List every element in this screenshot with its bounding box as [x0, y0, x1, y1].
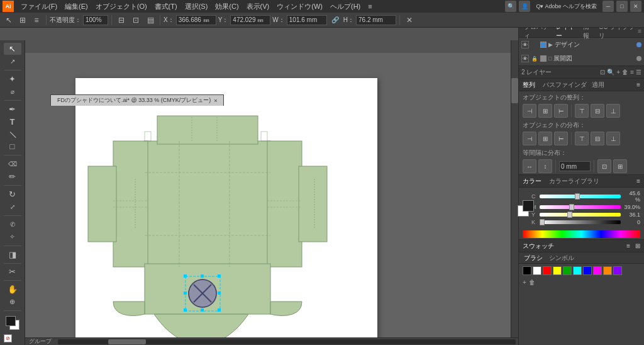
link-icon[interactable]: 🔗 [329, 14, 341, 26]
document-tab[interactable]: FDのプシャドウについて.ai* @ 33.33 % (CMYK/プレビュー) … [50, 94, 224, 106]
h-scrollbar[interactable]: グループ [25, 337, 518, 345]
space-v-btn[interactable]: ↕ [538, 159, 552, 173]
menu-file[interactable]: ファイル(F) [18, 0, 60, 13]
magic-wand-tool[interactable]: ✦ [4, 73, 21, 85]
account-icon[interactable]: 👤 [519, 1, 530, 12]
pathfinder-icon[interactable]: ⊡ [130, 14, 142, 26]
y-slider[interactable] [540, 213, 621, 217]
menu-help[interactable]: ヘルプ(H) [327, 0, 364, 13]
distribute-right-btn[interactable]: ⊢ [554, 132, 568, 145]
hand-tool[interactable]: ✋ [4, 283, 21, 295]
menu-edit[interactable]: 編集(E) [62, 0, 91, 13]
select-icon[interactable]: ↖ [3, 14, 15, 26]
swatch-yellow[interactable] [553, 266, 562, 275]
fg-bg-swatch-area[interactable] [523, 200, 529, 217]
color-panel-menu[interactable]: ≡ [636, 178, 640, 184]
swatch-blue[interactable] [583, 266, 592, 275]
h-scrollbar-track[interactable] [58, 339, 516, 344]
c-slider[interactable] [540, 195, 621, 198]
align-center-v-btn[interactable]: ⊟ [591, 104, 604, 118]
swatch-magenta[interactable] [593, 266, 602, 275]
swatches-grid-icon[interactable]: ⊞ [635, 242, 640, 249]
fg-bg-swatches[interactable] [4, 316, 21, 330]
x-input[interactable] [176, 15, 216, 25]
m-slider[interactable] [540, 205, 621, 209]
menu-extra[interactable]: ≡ [365, 0, 375, 13]
y-input[interactable] [230, 15, 270, 25]
pen-tool[interactable]: ✒ [4, 103, 21, 115]
swatch-black[interactable] [523, 266, 531, 275]
align-center-h-btn[interactable]: ⊞ [538, 104, 552, 118]
w-input[interactable] [287, 15, 327, 25]
v-scrollbar[interactable] [511, 40, 518, 337]
chart-icon[interactable]: ▤ [144, 14, 157, 26]
opacity-input[interactable] [83, 15, 108, 25]
layer-lock-dieline[interactable]: 🔒 [531, 55, 538, 62]
lasso-tool[interactable]: ⌀ [4, 86, 21, 98]
swatch-green[interactable] [563, 266, 572, 275]
v-scroll-thumb[interactable] [511, 78, 518, 103]
rotate-tool[interactable]: ↻ [4, 188, 21, 200]
none-icon[interactable]: ⊘ [4, 334, 12, 342]
align-bottom-btn[interactable]: ⊥ [606, 104, 620, 118]
color-spectrum[interactable] [523, 230, 640, 238]
transform-extra-icon[interactable]: ✕ [403, 14, 416, 26]
align-key-obj-btn[interactable]: ⊞ [613, 159, 627, 173]
swatches-tab-brushes[interactable]: シンボル [547, 254, 577, 263]
make-clipping-icon[interactable]: ⊡ [600, 69, 605, 76]
h-input[interactable] [356, 15, 396, 25]
k-slider[interactable] [540, 220, 621, 224]
distribute-center-h-btn[interactable]: ⊞ [538, 132, 552, 145]
align-tab-extra[interactable]: 適用 [592, 81, 604, 89]
scale-tool[interactable]: ⤢ [4, 201, 21, 213]
menu-object[interactable]: オブジェクト(O) [92, 0, 150, 13]
fg-color-swatch[interactable] [523, 200, 534, 212]
layer-lock-design[interactable] [531, 41, 538, 48]
h-scroll-thumb[interactable] [108, 339, 146, 344]
menu-window[interactable]: ウィンドウ(W) [274, 0, 326, 13]
search-icon[interactable]: 🔍 [505, 1, 516, 12]
space-value-input[interactable] [559, 161, 591, 171]
zoom-tool[interactable]: ⊕ [4, 296, 21, 308]
swatches-menu[interactable]: ≡ [626, 242, 630, 249]
menu-select[interactable]: 選択(S) [182, 0, 211, 13]
layer-row-dieline[interactable]: 👁 🔒 □ 展開図 [519, 52, 644, 65]
transform-icon[interactable]: ⊞ [16, 14, 29, 26]
layers-panel-menu[interactable]: ≡ [638, 28, 641, 35]
arrange-icon[interactable]: ≡ [30, 14, 43, 26]
selection-tool[interactable]: ↖ [4, 43, 21, 55]
layer-vis-design[interactable]: 👁 [521, 41, 529, 48]
new-layer-icon[interactable]: + [616, 69, 620, 76]
align-panel-menu[interactable]: ≡ [636, 81, 640, 88]
close-icon[interactable]: ✕ [630, 1, 641, 12]
align-icon[interactable]: ⊟ [115, 14, 128, 26]
align-anchor-btn[interactable]: ⊡ [597, 159, 611, 173]
swatch-white[interactable] [533, 266, 541, 275]
gradient-small-icon[interactable] [13, 334, 21, 342]
align-top-btn[interactable]: ⊤ [575, 104, 589, 118]
doc-tab-close[interactable]: × [214, 98, 217, 104]
direct-selection-tool[interactable]: ↗ [4, 55, 21, 67]
layer-menu-icon[interactable]: ☰ [636, 69, 641, 76]
menu-view[interactable]: 表示(V) [243, 0, 273, 13]
delete-layer-icon[interactable]: 🗑 [622, 69, 628, 76]
swatch-orange[interactable] [603, 266, 612, 275]
distribute-left-btn[interactable]: ⊣ [523, 132, 536, 145]
menu-format[interactable]: 書式(T) [152, 0, 180, 13]
swatches-tab-main[interactable]: ブラシ [521, 254, 545, 263]
distribute-bottom-btn[interactable]: ⊥ [606, 132, 620, 145]
layer-options-icon[interactable]: ≡ [630, 69, 634, 76]
fg-swatch[interactable] [6, 316, 16, 326]
eyedropper-tool[interactable]: ✆ [4, 218, 21, 230]
new-swatch-icon[interactable]: + [523, 279, 526, 286]
swatch-cyan[interactable] [573, 266, 582, 275]
align-left-btn[interactable]: ⊣ [523, 104, 536, 118]
minimize-icon[interactable]: ─ [602, 1, 614, 12]
space-h-btn[interactable]: ↔ [523, 159, 536, 173]
align-right-btn[interactable]: ⊢ [554, 104, 568, 118]
distribute-center-v-btn[interactable]: ⊟ [591, 132, 604, 145]
maximize-icon[interactable]: □ [616, 1, 628, 12]
menu-effect[interactable]: 効果(C) [212, 0, 242, 13]
gradient-tool[interactable]: ◨ [4, 249, 21, 261]
delete-swatch-icon[interactable]: 🗑 [529, 279, 535, 286]
